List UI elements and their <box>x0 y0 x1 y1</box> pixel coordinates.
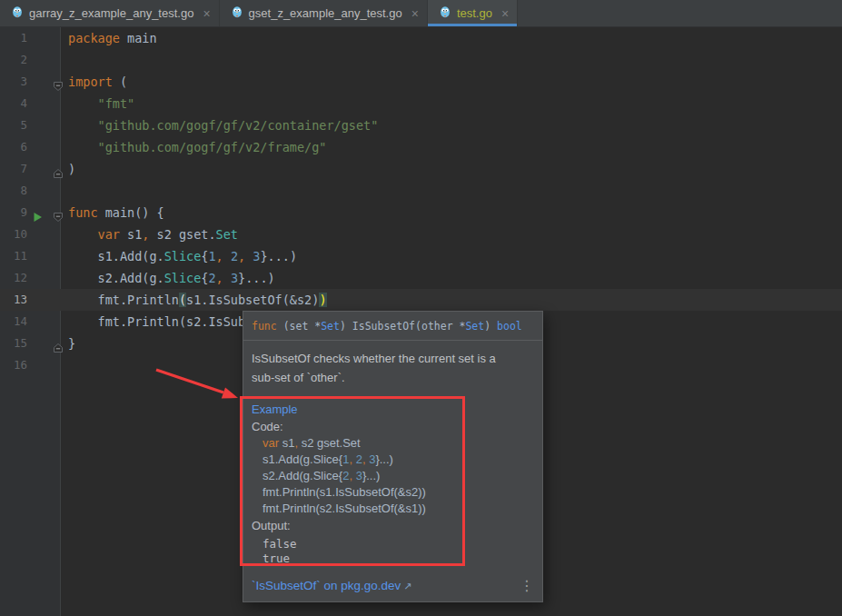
gutter-cell: 9 <box>0 202 61 224</box>
line-number: 10 <box>0 224 27 245</box>
example-code-block: var s1, s2 gset.Sets1.Add(g.Slice{1, 2, … <box>252 435 534 517</box>
code-token: Slice <box>164 249 202 263</box>
code-line-4[interactable]: 4 "fmt" <box>0 93 842 114</box>
line-number: 2 <box>0 49 27 71</box>
code-token <box>68 140 98 154</box>
code-token: 3 <box>231 271 238 285</box>
code-text: var s1, s2 gset.Set <box>61 224 238 245</box>
line-number: 6 <box>0 136 27 158</box>
code-line-5[interactable]: 5 "github.com/gogf/gf/v2/container/gset" <box>0 114 842 136</box>
code-text <box>61 354 68 376</box>
pkg-go-dev-link[interactable]: `IsSubsetOf` on pkg.go.dev <box>252 579 401 592</box>
gutter-cell: 16 <box>0 354 61 376</box>
code-token: bool <box>497 320 522 333</box>
code-token: }...) <box>375 452 393 466</box>
line-number: 9 <box>0 202 27 224</box>
code-token: ( <box>113 75 127 89</box>
code-line-2[interactable]: 2 <box>0 49 842 71</box>
example-code-line: s2.Add(g.Slice{2, 3}...) <box>263 468 534 484</box>
code-token: , <box>238 249 245 263</box>
code-token: "fmt" <box>98 96 135 111</box>
code-line-6[interactable]: 6 "github.com/gogf/gf/v2/frame/g" <box>0 136 842 158</box>
line-number: 5 <box>0 114 27 136</box>
code-token: s1.Add(g.Slice{ <box>263 452 342 466</box>
gutter-cell: 10 <box>0 224 61 245</box>
code-line-11[interactable]: 11 s1.Add(g.Slice{1, 2, 3}...) <box>0 245 842 267</box>
gutter-cell: 14 <box>0 311 61 333</box>
line-number: 7 <box>0 158 27 180</box>
close-icon[interactable]: × <box>411 7 419 20</box>
line-number: 15 <box>0 333 27 354</box>
ide-window: garray_z_example_any_test.go×gset_z_exam… <box>0 0 842 616</box>
code-editor[interactable]: 1package main23import (4 "fmt"5 "github.… <box>0 27 842 616</box>
code-token: s2.Add(g.Slice{ <box>263 469 342 482</box>
code-token: fmt.Println <box>68 293 179 307</box>
example-output-label: Output: <box>252 517 534 534</box>
code-token: s1 <box>279 436 294 450</box>
code-line-10[interactable]: 10 var s1, s2 gset.Set <box>0 224 842 245</box>
code-token: Set <box>216 227 238 242</box>
code-token: 3 <box>356 469 362 482</box>
code-line-7[interactable]: 7) <box>0 158 842 180</box>
code-token: s2 gset.Set <box>298 436 361 450</box>
code-token: s2 gset. <box>149 227 215 242</box>
doc-example-section: Example Code: var s1, s2 gset.Sets1.Add(… <box>243 401 542 566</box>
gutter-cell: 5 <box>0 114 61 136</box>
code-token: func <box>68 205 98 220</box>
editor-tab-garray_z_example_any_test.go[interactable]: garray_z_example_any_test.go× <box>0 0 220 26</box>
example-code-line: fmt.Println(s1.IsSubsetOf(&s2)) <box>263 484 534 501</box>
code-token: Set <box>321 320 340 333</box>
code-token: }...) <box>362 469 381 482</box>
gutter-cell: 13 <box>0 289 61 311</box>
editor-tab-test.go[interactable]: test.go× <box>428 0 518 26</box>
editor-tab-gset_z_example_any_test.go[interactable]: gset_z_example_any_test.go× <box>220 0 428 26</box>
example-output-line: true <box>263 551 534 566</box>
more-options-icon[interactable]: ⋮ <box>520 577 534 594</box>
code-token: Set <box>465 320 484 333</box>
go-gopher-icon <box>11 5 24 21</box>
code-token: fmt.Println(s2.IsSubsetOf(&s1)) <box>263 502 426 515</box>
gutter-cell: 3 <box>0 71 61 93</box>
code-token: s2.Add(g. <box>68 271 164 285</box>
code-text <box>61 49 68 71</box>
code-line-3[interactable]: 3import ( <box>0 71 842 93</box>
doc-description: IsSubsetOf checks whether the current se… <box>243 341 542 387</box>
code-token <box>223 249 231 263</box>
gutter-cell: 7 <box>0 158 61 180</box>
code-token: fmt.Println(s1.IsSubsetOf(&s2)) <box>263 485 426 499</box>
code-text: "github.com/gogf/gf/v2/container/gset" <box>61 114 378 136</box>
code-token: s1.IsSubsetOf(&s2) <box>186 293 319 307</box>
editor-tab-bar: garray_z_example_any_test.go×gset_z_exam… <box>0 0 842 27</box>
code-line-12[interactable]: 12 s2.Add(g.Slice{2, 3}...) <box>0 267 842 289</box>
code-token: "github.com/gogf/gf/v2/container/gset" <box>98 118 379 133</box>
code-token: 2 <box>356 452 362 466</box>
example-code-line: s1.Add(g.Slice{1, 2, 3}...) <box>263 452 534 468</box>
example-output-block: falsetrue <box>252 537 534 566</box>
code-text: package main <box>61 27 157 49</box>
pkg-go-dev-link-wrap: `IsSubsetOf` on pkg.go.dev↗ <box>252 579 412 592</box>
code-token <box>68 227 98 242</box>
gutter-cell: 1 <box>0 27 61 49</box>
close-icon[interactable]: × <box>501 7 509 20</box>
code-token: } <box>68 336 75 351</box>
code-line-8[interactable]: 8 <box>0 180 842 202</box>
example-code-line: fmt.Println(s2.IsSubsetOf(&s1)) <box>263 501 534 517</box>
code-line-13[interactable]: 13 fmt.Println(s1.IsSubsetOf(&s2)) <box>0 289 842 311</box>
gutter-cell: 4 <box>0 93 61 114</box>
line-number: 11 <box>0 245 27 267</box>
example-code-line: var s1, s2 gset.Set <box>263 435 534 452</box>
code-token: var <box>98 227 120 242</box>
code-token: s1.Add(g. <box>68 249 164 263</box>
code-line-1[interactable]: 1package main <box>0 27 842 49</box>
gutter-cell: 11 <box>0 245 61 267</box>
external-link-icon: ↗ <box>403 581 411 591</box>
line-number: 12 <box>0 267 27 289</box>
example-link[interactable]: Example <box>252 401 534 418</box>
go-gopher-icon <box>439 5 451 21</box>
code-line-9[interactable]: 9func main() { <box>0 202 842 224</box>
documentation-popup: func (set *Set) IsSubsetOf(other *Set) b… <box>243 311 543 602</box>
code-token: 1 <box>208 249 215 263</box>
example-output-line: false <box>263 537 534 551</box>
line-number: 3 <box>0 71 27 93</box>
close-icon[interactable]: × <box>203 7 210 20</box>
